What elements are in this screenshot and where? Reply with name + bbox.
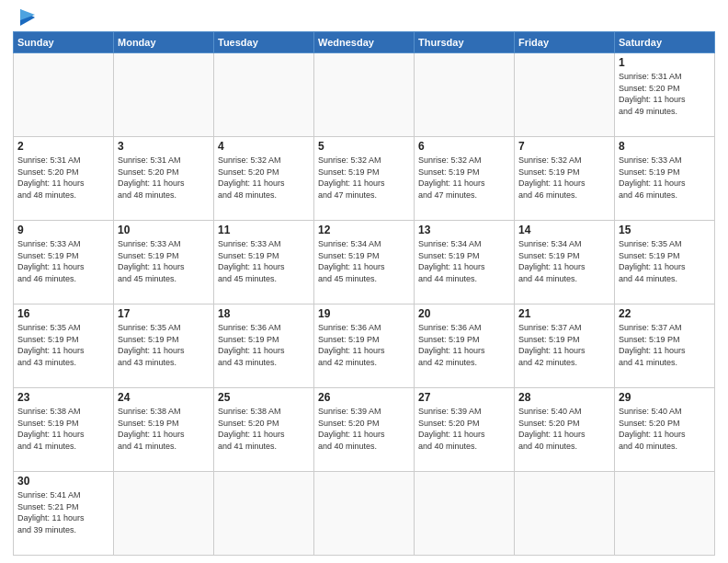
page: SundayMondayTuesdayWednesdayThursdayFrid… xyxy=(0,0,728,563)
weekday-header-saturday: Saturday xyxy=(615,32,715,53)
day-cell: 15Sunrise: 5:35 AM Sunset: 5:19 PM Dayli… xyxy=(615,221,715,304)
day-info: Sunrise: 5:35 AM Sunset: 5:19 PM Dayligh… xyxy=(118,322,210,368)
calendar-table: SundayMondayTuesdayWednesdayThursdayFrid… xyxy=(13,31,715,556)
day-cell xyxy=(615,472,715,556)
header xyxy=(13,9,715,26)
day-info: Sunrise: 5:41 AM Sunset: 5:21 PM Dayligh… xyxy=(17,489,109,535)
weekday-header-tuesday: Tuesday xyxy=(214,32,314,53)
week-row-2: 9Sunrise: 5:33 AM Sunset: 5:19 PM Daylig… xyxy=(14,221,715,304)
day-number: 21 xyxy=(518,307,610,320)
day-info: Sunrise: 5:36 AM Sunset: 5:19 PM Dayligh… xyxy=(218,322,310,368)
day-info: Sunrise: 5:32 AM Sunset: 5:19 PM Dayligh… xyxy=(518,155,610,201)
day-info: Sunrise: 5:38 AM Sunset: 5:19 PM Dayligh… xyxy=(118,406,210,452)
day-cell xyxy=(415,472,515,556)
calendar-body: 1Sunrise: 5:31 AM Sunset: 5:20 PM Daylig… xyxy=(14,53,715,556)
day-cell: 5Sunrise: 5:32 AM Sunset: 5:19 PM Daylig… xyxy=(314,137,415,221)
week-row-0: 1Sunrise: 5:31 AM Sunset: 5:20 PM Daylig… xyxy=(14,53,715,137)
day-info: Sunrise: 5:33 AM Sunset: 5:19 PM Dayligh… xyxy=(218,238,310,284)
day-info: Sunrise: 5:37 AM Sunset: 5:19 PM Dayligh… xyxy=(518,322,610,368)
day-cell: 10Sunrise: 5:33 AM Sunset: 5:19 PM Dayli… xyxy=(114,221,214,304)
day-number: 8 xyxy=(619,140,711,153)
day-info: Sunrise: 5:31 AM Sunset: 5:20 PM Dayligh… xyxy=(619,71,711,117)
weekday-header-wednesday: Wednesday xyxy=(314,32,415,53)
day-number: 29 xyxy=(619,391,711,404)
weekday-header-sunday: Sunday xyxy=(14,32,114,53)
day-info: Sunrise: 5:33 AM Sunset: 5:19 PM Dayligh… xyxy=(619,155,711,201)
day-cell: 13Sunrise: 5:34 AM Sunset: 5:19 PM Dayli… xyxy=(415,221,515,304)
day-info: Sunrise: 5:32 AM Sunset: 5:19 PM Dayligh… xyxy=(418,155,510,201)
day-cell: 27Sunrise: 5:39 AM Sunset: 5:20 PM Dayli… xyxy=(415,388,515,472)
weekday-header-monday: Monday xyxy=(114,32,214,53)
day-number: 16 xyxy=(17,307,109,320)
day-number: 25 xyxy=(218,391,310,404)
day-cell: 3Sunrise: 5:31 AM Sunset: 5:20 PM Daylig… xyxy=(114,137,214,221)
day-cell xyxy=(114,53,214,137)
day-info: Sunrise: 5:31 AM Sunset: 5:20 PM Dayligh… xyxy=(17,155,109,201)
week-row-3: 16Sunrise: 5:35 AM Sunset: 5:19 PM Dayli… xyxy=(14,304,715,388)
day-cell: 4Sunrise: 5:32 AM Sunset: 5:20 PM Daylig… xyxy=(214,137,314,221)
day-number: 10 xyxy=(118,224,210,236)
day-info: Sunrise: 5:33 AM Sunset: 5:19 PM Dayligh… xyxy=(118,238,210,284)
day-info: Sunrise: 5:32 AM Sunset: 5:19 PM Dayligh… xyxy=(318,155,410,201)
day-cell xyxy=(114,472,214,556)
day-number: 20 xyxy=(418,307,510,320)
weekday-header-thursday: Thursday xyxy=(415,32,515,53)
week-row-4: 23Sunrise: 5:38 AM Sunset: 5:19 PM Dayli… xyxy=(14,388,715,472)
day-info: Sunrise: 5:34 AM Sunset: 5:19 PM Dayligh… xyxy=(518,238,610,284)
day-cell xyxy=(14,53,114,137)
day-number: 19 xyxy=(318,307,410,320)
day-cell: 28Sunrise: 5:40 AM Sunset: 5:20 PM Dayli… xyxy=(515,388,615,472)
day-cell xyxy=(515,472,615,556)
day-cell xyxy=(515,53,615,137)
day-info: Sunrise: 5:38 AM Sunset: 5:20 PM Dayligh… xyxy=(218,406,310,452)
day-info: Sunrise: 5:31 AM Sunset: 5:20 PM Dayligh… xyxy=(118,155,210,201)
day-cell: 6Sunrise: 5:32 AM Sunset: 5:19 PM Daylig… xyxy=(415,137,515,221)
week-row-1: 2Sunrise: 5:31 AM Sunset: 5:20 PM Daylig… xyxy=(14,137,715,221)
logo-icon xyxy=(17,9,39,26)
day-number: 22 xyxy=(619,307,711,320)
day-cell: 9Sunrise: 5:33 AM Sunset: 5:19 PM Daylig… xyxy=(14,221,114,304)
day-info: Sunrise: 5:38 AM Sunset: 5:19 PM Dayligh… xyxy=(17,406,109,452)
day-cell: 25Sunrise: 5:38 AM Sunset: 5:20 PM Dayli… xyxy=(214,388,314,472)
day-cell xyxy=(214,472,314,556)
day-cell: 18Sunrise: 5:36 AM Sunset: 5:19 PM Dayli… xyxy=(214,304,314,388)
day-cell: 19Sunrise: 5:36 AM Sunset: 5:19 PM Dayli… xyxy=(314,304,415,388)
day-number: 17 xyxy=(118,307,210,320)
weekday-header-friday: Friday xyxy=(515,32,615,53)
day-info: Sunrise: 5:40 AM Sunset: 5:20 PM Dayligh… xyxy=(518,406,610,452)
day-info: Sunrise: 5:35 AM Sunset: 5:19 PM Dayligh… xyxy=(619,238,711,284)
day-cell: 2Sunrise: 5:31 AM Sunset: 5:20 PM Daylig… xyxy=(14,137,114,221)
day-info: Sunrise: 5:36 AM Sunset: 5:19 PM Dayligh… xyxy=(418,322,510,368)
day-cell xyxy=(314,472,415,556)
day-cell: 22Sunrise: 5:37 AM Sunset: 5:19 PM Dayli… xyxy=(615,304,715,388)
day-number: 27 xyxy=(418,391,510,404)
day-info: Sunrise: 5:33 AM Sunset: 5:19 PM Dayligh… xyxy=(17,238,109,284)
day-cell: 29Sunrise: 5:40 AM Sunset: 5:20 PM Dayli… xyxy=(615,388,715,472)
day-cell: 24Sunrise: 5:38 AM Sunset: 5:19 PM Dayli… xyxy=(114,388,214,472)
day-number: 28 xyxy=(518,391,610,404)
day-cell: 26Sunrise: 5:39 AM Sunset: 5:20 PM Dayli… xyxy=(314,388,415,472)
day-number: 2 xyxy=(17,140,109,153)
day-cell: 8Sunrise: 5:33 AM Sunset: 5:19 PM Daylig… xyxy=(615,137,715,221)
week-row-5: 30Sunrise: 5:41 AM Sunset: 5:21 PM Dayli… xyxy=(14,472,715,556)
day-info: Sunrise: 5:32 AM Sunset: 5:20 PM Dayligh… xyxy=(218,155,310,201)
day-cell: 21Sunrise: 5:37 AM Sunset: 5:19 PM Dayli… xyxy=(515,304,615,388)
day-cell: 23Sunrise: 5:38 AM Sunset: 5:19 PM Dayli… xyxy=(14,388,114,472)
day-info: Sunrise: 5:36 AM Sunset: 5:19 PM Dayligh… xyxy=(318,322,410,368)
day-cell: 20Sunrise: 5:36 AM Sunset: 5:19 PM Dayli… xyxy=(415,304,515,388)
day-info: Sunrise: 5:34 AM Sunset: 5:19 PM Dayligh… xyxy=(418,238,510,284)
day-cell xyxy=(214,53,314,137)
day-number: 30 xyxy=(17,475,109,488)
day-info: Sunrise: 5:37 AM Sunset: 5:19 PM Dayligh… xyxy=(619,322,711,368)
day-info: Sunrise: 5:34 AM Sunset: 5:19 PM Dayligh… xyxy=(318,238,410,284)
day-info: Sunrise: 5:35 AM Sunset: 5:19 PM Dayligh… xyxy=(17,322,109,368)
day-number: 13 xyxy=(418,224,510,236)
day-cell: 7Sunrise: 5:32 AM Sunset: 5:19 PM Daylig… xyxy=(515,137,615,221)
day-number: 1 xyxy=(619,56,711,69)
day-cell: 11Sunrise: 5:33 AM Sunset: 5:19 PM Dayli… xyxy=(214,221,314,304)
day-number: 18 xyxy=(218,307,310,320)
day-cell: 14Sunrise: 5:34 AM Sunset: 5:19 PM Dayli… xyxy=(515,221,615,304)
day-info: Sunrise: 5:39 AM Sunset: 5:20 PM Dayligh… xyxy=(418,406,510,452)
day-cell: 12Sunrise: 5:34 AM Sunset: 5:19 PM Dayli… xyxy=(314,221,415,304)
logo xyxy=(13,9,39,26)
